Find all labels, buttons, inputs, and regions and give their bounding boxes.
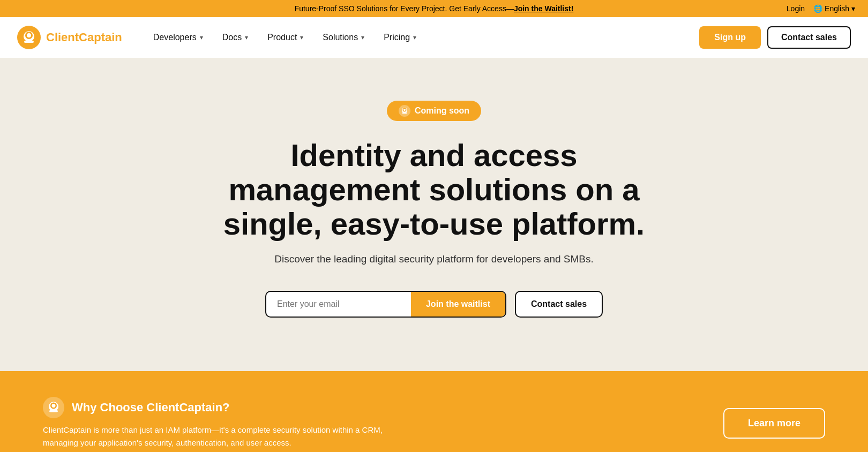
chevron-down-icon: ▾	[200, 34, 203, 41]
email-input[interactable]	[266, 292, 411, 317]
chevron-down-icon: ▾	[361, 34, 364, 41]
chevron-down-icon: ▾	[300, 34, 303, 41]
nav-item-product[interactable]: Product ▾	[258, 28, 313, 47]
nav-item-docs[interactable]: Docs ▾	[213, 28, 258, 47]
language-label: English	[825, 4, 849, 13]
clientcaptain-icon	[43, 397, 64, 418]
chevron-down-icon: ▾	[413, 34, 416, 41]
banner-text: Future-Proof SSO Solutions for Every Pro…	[295, 4, 514, 13]
login-link[interactable]: Login	[787, 4, 805, 13]
hero-title: Identity and access management solutions…	[193, 138, 675, 240]
language-selector[interactable]: 🌐 English ▾	[813, 4, 855, 13]
logo[interactable]: ClientCaptain	[17, 26, 122, 49]
chevron-down-icon: ▾	[851, 4, 855, 13]
globe-icon: 🌐	[813, 4, 822, 13]
nav-item-pricing[interactable]: Pricing ▾	[374, 28, 426, 47]
svg-point-8	[403, 109, 406, 111]
nav-item-solutions[interactable]: Solutions ▾	[313, 28, 374, 47]
badge-label: Coming soon	[415, 106, 469, 116]
svg-rect-9	[402, 112, 407, 114]
top-banner: Future-Proof SSO Solutions for Every Pro…	[0, 0, 868, 17]
nav-label-solutions: Solutions	[323, 33, 358, 42]
nav-label-product: Product	[267, 33, 297, 42]
contact-sales-button[interactable]: Contact sales	[767, 26, 851, 49]
email-waitlist-form: Join the waitlist	[265, 291, 506, 318]
banner-waitlist-link[interactable]: Join the Waitlist!	[514, 4, 573, 13]
nav-item-developers[interactable]: Developers ▾	[144, 28, 213, 47]
logo-text: ClientCaptain	[46, 31, 122, 44]
signup-button[interactable]: Sign up	[699, 26, 761, 49]
nav-label-pricing: Pricing	[384, 33, 410, 42]
learn-more-button[interactable]: Learn more	[723, 408, 825, 439]
svg-point-3	[27, 33, 31, 37]
coming-soon-badge: Coming soon	[387, 101, 481, 121]
nav-actions: Sign up Contact sales	[699, 26, 851, 49]
bottom-cta-heading-row: Why Choose ClientCaptain?	[43, 397, 418, 418]
join-waitlist-button[interactable]: Join the waitlist	[411, 292, 505, 317]
badge-logo-icon	[399, 105, 410, 117]
navbar: ClientCaptain Developers ▾ Docs ▾ Produc…	[0, 17, 868, 58]
chevron-down-icon: ▾	[245, 34, 248, 41]
hero-section: Coming soon Identity and access manageme…	[0, 58, 868, 371]
svg-point-13	[52, 404, 56, 408]
bottom-cta-content: Why Choose ClientCaptain? ClientCaptain …	[43, 397, 418, 449]
nav-label-docs: Docs	[222, 33, 242, 42]
hero-subtitle: Discover the leading digital security pl…	[274, 253, 594, 265]
contact-sales-hero-button[interactable]: Contact sales	[515, 291, 603, 318]
svg-rect-14	[49, 410, 58, 412]
nav-links: Developers ▾ Docs ▾ Product ▾ Solutions …	[144, 28, 700, 47]
bottom-cta-text: ClientCaptain is more than just an IAM p…	[43, 424, 418, 449]
bottom-cta-heading: Why Choose ClientCaptain?	[72, 401, 230, 415]
nav-label-developers: Developers	[153, 33, 197, 42]
bottom-cta-section: Why Choose ClientCaptain? ClientCaptain …	[0, 371, 868, 452]
svg-rect-4	[24, 41, 34, 43]
logo-icon	[17, 26, 41, 49]
hero-actions: Join the waitlist Contact sales	[265, 291, 603, 318]
